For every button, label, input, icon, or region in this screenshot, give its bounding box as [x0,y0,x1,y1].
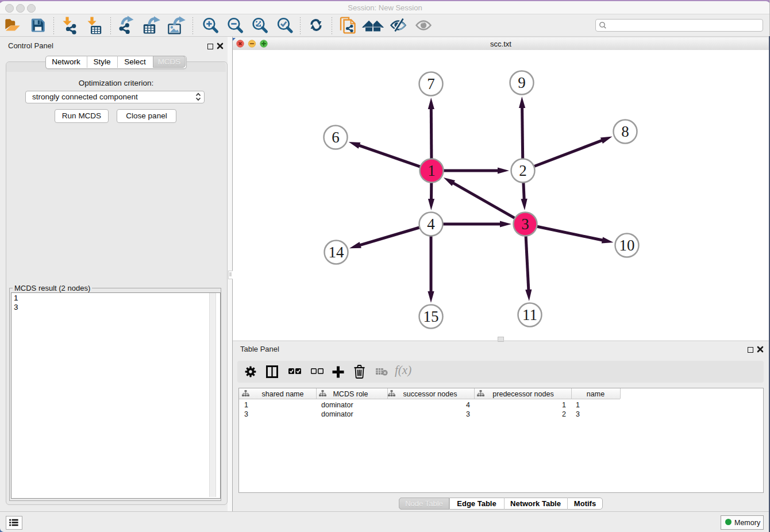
svg-text:10: 10 [619,237,635,254]
svg-text:1: 1 [428,162,436,179]
svg-text:2: 2 [519,162,527,179]
svg-text:6: 6 [332,129,340,146]
svg-text:15: 15 [424,308,439,325]
svg-text:7: 7 [427,75,435,92]
svg-text:11: 11 [522,306,537,323]
svg-text:3: 3 [521,215,529,233]
svg-text:8: 8 [621,123,629,140]
svg-text:4: 4 [427,215,435,233]
svg-text:9: 9 [518,74,526,91]
svg-text:14: 14 [329,244,345,261]
